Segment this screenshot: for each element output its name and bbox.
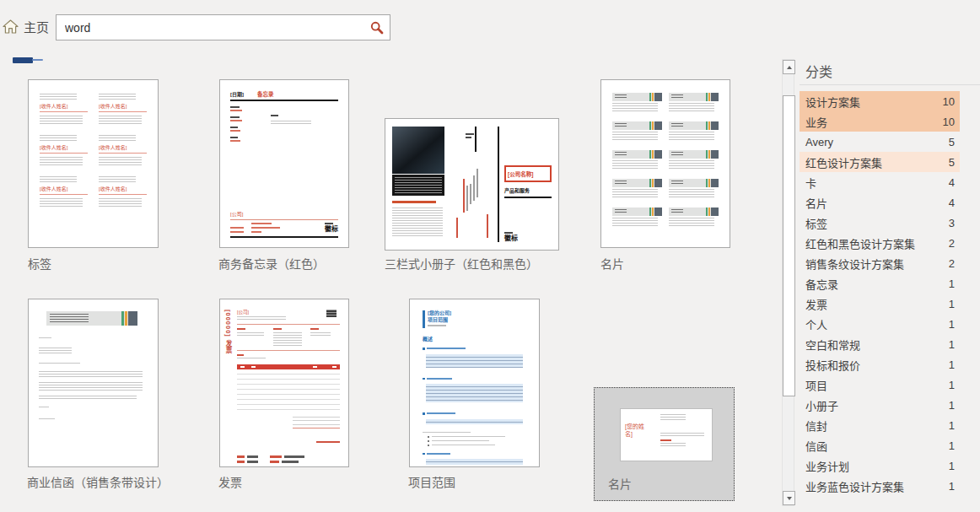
- category-item[interactable]: 业务计划1: [800, 455, 960, 476]
- recipient-name-text: [收件人姓名]: [40, 145, 88, 154]
- placeholder-lines: [395, 177, 442, 193]
- template-thumbnail-project-scope[interactable]: [您的公司] 项目范围 概述: [409, 299, 540, 467]
- placeholder-lines: [612, 160, 658, 170]
- placeholder-lines: [612, 218, 658, 228]
- template-thumbnail-business-cards[interactable]: [600, 79, 730, 248]
- category-label: 业务计划: [805, 458, 849, 474]
- card-stripes: [649, 121, 662, 130]
- scroll-down-button[interactable]: [783, 491, 795, 505]
- search-button[interactable]: [364, 15, 390, 40]
- template-title-invoice: 发票: [218, 473, 242, 490]
- placeholder-bar: [237, 328, 245, 330]
- mini-card: [612, 179, 662, 200]
- placeholder-vbar: [477, 169, 478, 197]
- scrollbar-thumb[interactable]: [783, 95, 795, 396]
- memo-field: [230, 127, 262, 132]
- category-item[interactable]: 红色设计方案集5: [800, 152, 960, 172]
- recipient-name-text: [收件人姓名]: [99, 145, 147, 154]
- card-stripes: [649, 150, 662, 159]
- placeholder-bar: [230, 140, 240, 142]
- placeholder-bar: [237, 461, 245, 463]
- scope-paragraph: [423, 456, 526, 467]
- template-title-business-card: 名片: [608, 475, 632, 492]
- template-thumbnail-invoice[interactable]: [00000] 发票 [公司]: [219, 299, 349, 467]
- scope-heading: [423, 348, 526, 350]
- placeholder-bar: [310, 328, 319, 330]
- scope-bullet: [428, 436, 526, 438]
- search-input[interactable]: [57, 15, 364, 40]
- placeholder-vbar: [456, 218, 458, 238]
- home-icon: [3, 19, 19, 34]
- category-label: 销售条纹设计方案集: [805, 256, 904, 272]
- category-count: 4: [949, 197, 955, 209]
- category-item[interactable]: 个人1: [800, 314, 960, 334]
- memo-field: [230, 106, 262, 111]
- invoice-subtotal-block: [293, 413, 340, 428]
- card-band: [612, 150, 662, 159]
- category-item[interactable]: 业务蓝色设计方案集1: [800, 476, 960, 496]
- category-item[interactable]: 销售条纹设计方案集2: [800, 253, 960, 273]
- category-item[interactable]: 红色和黑色设计方案集2: [800, 233, 960, 253]
- placeholder-bar: [270, 455, 282, 458]
- card-details: [660, 414, 708, 455]
- placeholder-lines: [237, 358, 266, 360]
- category-item[interactable]: 业务10: [800, 111, 960, 132]
- mini-card: [669, 150, 719, 171]
- placeholder-lines: [669, 189, 714, 199]
- category-item[interactable]: 小册子1: [800, 395, 960, 415]
- memo-divider: [230, 100, 338, 101]
- category-item[interactable]: 设计方案集10: [800, 91, 960, 111]
- home-button[interactable]: 主页: [3, 18, 49, 35]
- placeholder-lines: [615, 181, 627, 186]
- category-item[interactable]: 备忘录1: [800, 273, 960, 294]
- card-stripes: [706, 93, 719, 101]
- card-band: [612, 207, 662, 216]
- mini-card: [669, 121, 719, 143]
- loading-indicator-tail: [32, 59, 43, 61]
- placeholder-bar: [660, 439, 671, 441]
- scope-title-block: [您的公司] 项目范围: [428, 310, 451, 328]
- template-thumbnail-brochure[interactable]: [公司名称] 产品和服务 徽标: [385, 118, 559, 251]
- category-item[interactable]: 项目1: [800, 375, 960, 395]
- category-item[interactable]: 信封1: [800, 415, 960, 435]
- category-label: 卡: [805, 175, 816, 191]
- placeholder-lines: [39, 363, 80, 365]
- category-item[interactable]: 卡4: [800, 172, 960, 192]
- category-item[interactable]: 投标和报价1: [800, 354, 960, 375]
- category-item[interactable]: 名片4: [800, 192, 960, 213]
- template-thumbnail-business-card-selected[interactable]: [您的姓名] 名片: [594, 387, 735, 501]
- placeholder-lines: [39, 418, 55, 421]
- category-count: 4: [949, 176, 955, 189]
- category-count: 1: [949, 338, 955, 351]
- placeholder-lines: [392, 207, 443, 236]
- placeholder-bar: [316, 441, 340, 444]
- placeholder-lines: [615, 94, 627, 100]
- label-block: [收件人姓名]: [99, 94, 147, 125]
- card-band: [669, 179, 719, 187]
- invoice-header: [公司]: [237, 310, 340, 321]
- invoice-footer-col: [270, 455, 304, 466]
- category-item[interactable]: 空白和常规1: [800, 334, 960, 354]
- category-item[interactable]: 信函1: [800, 435, 960, 455]
- category-count: 1: [949, 318, 955, 331]
- placeholder-lines: [40, 176, 77, 183]
- template-thumbnail-memo[interactable]: [日期] 备忘录 [公司]: [219, 79, 349, 248]
- invoice-pay-row: [237, 431, 340, 446]
- placeholder-lines: [237, 316, 286, 321]
- scope-heading: [423, 453, 526, 455]
- placeholder-bar: [230, 110, 242, 111]
- template-title-project-scope: 项目范围: [408, 473, 455, 490]
- category-label: 个人: [805, 316, 827, 332]
- placeholder-lines: [671, 209, 683, 214]
- mini-card: [669, 207, 719, 229]
- category-item[interactable]: 标签3: [800, 213, 960, 233]
- template-thumbnail-labels[interactable]: [收件人姓名] [收件人姓名] [收件人姓名] [收件人姓名] [收件人姓名] …: [28, 79, 159, 248]
- template-thumbnail-letter[interactable]: [28, 299, 159, 467]
- placeholder-vbar: [466, 186, 468, 211]
- scroll-up-button[interactable]: [783, 60, 795, 74]
- placeholder-lines: [50, 314, 89, 322]
- invoice-company-block: [公司]: [237, 310, 286, 321]
- sidebar-scrollbar[interactable]: [782, 59, 794, 506]
- category-item[interactable]: 发票1: [800, 294, 960, 314]
- category-item[interactable]: Avery5: [800, 132, 960, 152]
